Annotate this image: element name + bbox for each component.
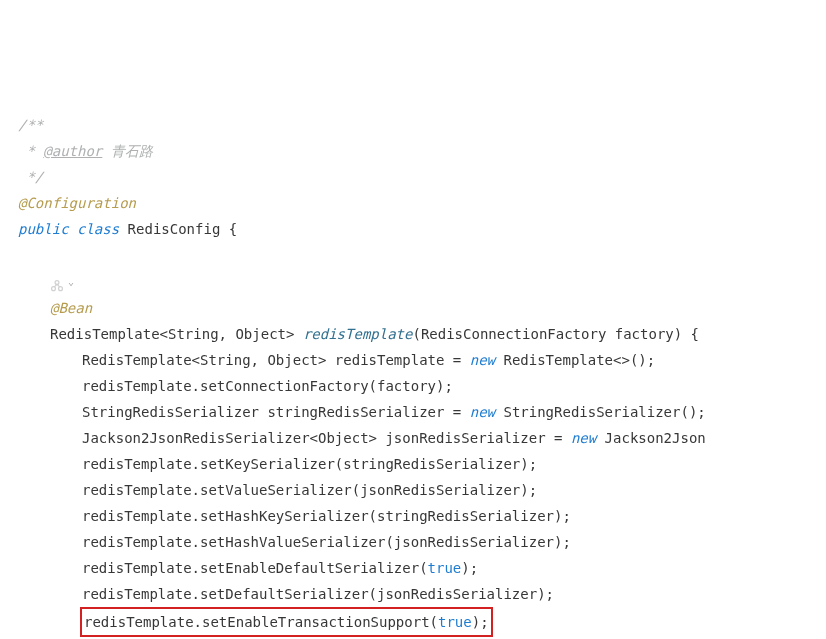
annotation-configuration: @Configuration [18,195,136,211]
fold-chevron-icon[interactable]: ⌄ [68,276,74,287]
javadoc-star: * [18,143,43,159]
code-line: RedisTemplate<String, Object> redisTempl… [18,347,826,373]
svg-point-0 [55,281,59,285]
code-line: redisTemplate.setHashKeySerializer(strin… [18,503,826,529]
method-name: redisTemplate [303,326,413,342]
svg-point-2 [59,287,63,291]
code-line: public class RedisConfig { [18,216,826,242]
keyword-new: new [571,430,596,446]
svg-point-1 [52,287,56,291]
code-line: @Bean [18,295,826,321]
keyword-new: new [470,352,495,368]
code-line: /** [18,112,826,138]
code-line: redisTemplate.setEnableDefaultSerializer… [18,555,826,581]
method-sig-tail: (RedisConnectionFactory factory) { [412,326,699,342]
code-line: redisTemplate.setValueSerializer(jsonRed… [18,477,826,503]
code-line: redisTemplate.setDefaultSerializer(jsonR… [18,581,826,607]
keyword-class: class [77,221,119,237]
code-editor[interactable]: /** * @author 青石路 */@Configurationpublic… [18,112,826,639]
boolean-true: true [428,560,462,576]
code-line: Jackson2JsonRedisSerializer<Object> json… [18,425,826,451]
gutter-row: ⌄ [18,268,826,295]
code-line: * @author 青石路 [18,138,826,164]
code-line: */ [18,164,826,190]
javadoc-close: */ [18,169,43,185]
code-line [18,242,826,268]
keyword-new: new [470,404,495,420]
code-line: redisTemplate.setEnableTransactionSuppor… [18,607,826,637]
code-line: RedisTemplate<String, Object> redisTempl… [18,321,826,347]
code-line: @Configuration [18,190,826,216]
code-line: redisTemplate.setHashValueSerializer(jso… [18,529,826,555]
method-sig-head: RedisTemplate<String, Object> [50,326,303,342]
boolean-true: true [438,614,472,630]
javadoc-open: /** [18,117,43,133]
annotation-bean: @Bean [50,300,92,316]
javadoc-author-name: 青石路 [102,143,152,159]
keyword-public: public [18,221,69,237]
class-decl-tail: RedisConfig { [119,221,237,237]
bean-gutter-icon[interactable] [50,275,64,289]
highlighted-code: redisTemplate.setEnableTransactionSuppor… [80,607,493,637]
code-line: StringRedisSerializer stringRedisSeriali… [18,399,826,425]
javadoc-author-tag: @author [43,143,102,159]
code-line: redisTemplate.setKeySerializer(stringRed… [18,451,826,477]
code-line: redisTemplate.setConnectionFactory(facto… [18,373,826,399]
